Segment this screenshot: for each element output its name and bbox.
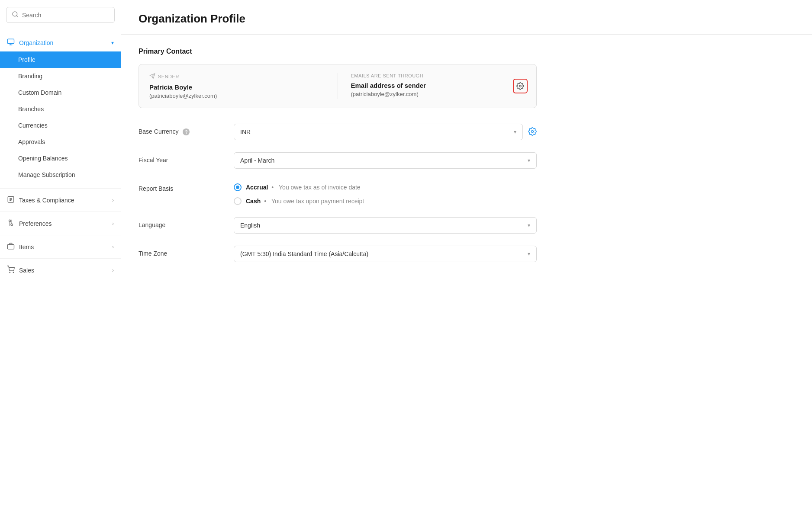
sidebar-item-taxes[interactable]: Taxes & Compliance › [0,190,121,210]
cash-label: Cash • You owe tax upon payment receipt [246,198,364,205]
svg-rect-6 [8,244,14,249]
base-currency-chevron-icon: ▾ [514,129,516,135]
time-zone-value: (GMT 5:30) India Standard Time (Asia/Cal… [240,250,368,257]
time-zone-chevron-icon: ▾ [528,251,530,257]
primary-contact-title: Primary Contact [139,48,537,55]
emails-name: Email address of sender [351,82,526,89]
sidebar-item-branches[interactable]: Branches [0,101,121,117]
primary-contact-section: Primary Contact SENDER Patricia Boyle (p… [139,48,537,108]
svg-point-8 [13,272,14,273]
sidebar-item-approvals[interactable]: Approvals [0,134,121,150]
sender-email: (patriciaboyle@zylker.com) [149,93,325,99]
base-currency-control: INR ▾ [234,124,537,140]
sidebar-item-branding-label: Branding [18,73,42,80]
base-currency-dropdown[interactable]: INR ▾ [234,124,523,140]
sender-label: SENDER [149,73,325,80]
nav-divider-1 [0,188,121,189]
svg-line-1 [16,16,18,17]
language-label: Language [139,217,225,228]
sidebar-item-currencies[interactable]: Currencies [0,117,121,134]
emails-section: EMAILS ARE SENT THROUGH Email address of… [351,73,526,97]
sales-icon [7,266,15,275]
nav-divider-2 [0,212,121,212]
sidebar-item-manage-subscription-label: Manage Subscription [18,171,75,178]
base-currency-gear-icon[interactable] [528,127,537,137]
taxes-chevron-icon: › [112,197,114,203]
sidebar-item-items-label: Items [19,244,108,250]
search-box[interactable] [6,7,115,23]
fiscal-year-row: Fiscal Year April - March ▾ [139,152,537,169]
report-basis-control: Accrual • You owe tax as of invoice date… [234,181,537,205]
fiscal-year-value: April - March [240,157,274,164]
sender-section: SENDER Patricia Boyle (patriciaboyle@zyl… [149,73,325,99]
page-header: Organization Profile [121,0,812,35]
language-row: Language English ▾ [139,217,537,234]
base-currency-row: Base Currency ? INR ▾ [139,124,537,140]
report-basis-accrual-option[interactable]: Accrual • You owe tax as of invoice date [234,183,364,191]
language-control: English ▾ [234,217,537,234]
sidebar-item-opening-balances[interactable]: Opening Balances [0,150,121,167]
sidebar-item-approvals-label: Approvals [18,138,45,145]
svg-point-11 [519,85,522,87]
nav-divider-4 [0,258,121,259]
svg-point-12 [532,130,534,132]
sidebar-item-preferences[interactable]: Preferences › [0,214,121,233]
language-chevron-icon: ▾ [528,222,530,228]
sidebar-item-sales[interactable]: Sales › [0,260,121,280]
report-basis-cash-option[interactable]: Cash • You owe tax upon payment receipt [234,197,364,205]
svg-rect-2 [8,39,14,44]
emails-email: (patriciaboyle@zylker.com) [351,91,526,97]
sidebar-item-taxes-label: Taxes & Compliance [19,197,108,204]
page-title: Organization Profile [139,12,795,26]
accrual-label: Accrual • You owe tax as of invoice date [246,184,361,191]
sidebar-item-items[interactable]: Items › [0,237,121,256]
cash-radio-button[interactable] [234,197,242,205]
accrual-radio-button[interactable] [234,183,242,191]
org-icon [7,38,15,47]
language-dropdown[interactable]: English ▾ [234,217,537,234]
sidebar: Organization ▾ Profile Branding Custom D… [0,0,121,513]
report-basis-row: Report Basis Accrual • You owe tax as of… [139,181,537,205]
org-group-header[interactable]: Organization ▾ [0,34,121,51]
nav-divider-3 [0,235,121,235]
fiscal-year-dropdown[interactable]: April - March ▾ [234,152,537,169]
items-chevron-icon: › [112,244,114,250]
sidebar-item-branding[interactable]: Branding [0,68,121,84]
search-icon [12,11,19,19]
time-zone-dropdown[interactable]: (GMT 5:30) India Standard Time (Asia/Cal… [234,246,537,262]
sidebar-item-manage-subscription[interactable]: Manage Subscription [0,167,121,183]
sender-name: Patricia Boyle [149,83,325,91]
send-icon [149,73,155,80]
sidebar-item-opening-balances-label: Opening Balances [18,155,68,162]
time-zone-label: Time Zone [139,246,225,257]
sidebar-item-custom-domain-label: Custom Domain [18,89,61,96]
sidebar-item-profile[interactable]: Profile [0,51,121,68]
items-icon [7,242,15,251]
search-input[interactable] [22,12,109,19]
sidebar-item-currencies-label: Currencies [18,122,48,129]
search-container [0,0,121,30]
language-value: English [240,222,260,229]
base-currency-label: Base Currency ? [139,124,225,135]
fiscal-year-chevron-icon: ▾ [528,157,530,164]
sidebar-item-branches-label: Branches [18,106,44,112]
sidebar-item-preferences-label: Preferences [19,220,108,227]
base-currency-help-icon[interactable]: ? [183,128,190,135]
taxes-icon [7,196,15,205]
contact-settings-button[interactable] [513,79,528,93]
preferences-icon [7,219,15,228]
org-group-label: Organization [19,39,107,46]
report-basis-radio-group: Accrual • You owe tax as of invoice date… [234,181,364,205]
sidebar-item-custom-domain[interactable]: Custom Domain [0,84,121,101]
org-nav-section: Organization ▾ Profile Branding Custom D… [0,30,121,186]
emails-label: EMAILS ARE SENT THROUGH [351,73,526,78]
base-currency-value: INR [240,128,251,135]
main-content: Organization Profile Primary Contact SEN… [121,0,812,513]
sidebar-item-sales-label: Sales [19,267,108,274]
report-basis-label: Report Basis [139,181,225,192]
contact-card: SENDER Patricia Boyle (patriciaboyle@zyl… [139,64,537,108]
preferences-chevron-icon: › [112,221,114,227]
fiscal-year-control: April - March ▾ [234,152,537,169]
contact-vertical-divider [338,73,338,99]
time-zone-row: Time Zone (GMT 5:30) India Standard Time… [139,246,537,262]
